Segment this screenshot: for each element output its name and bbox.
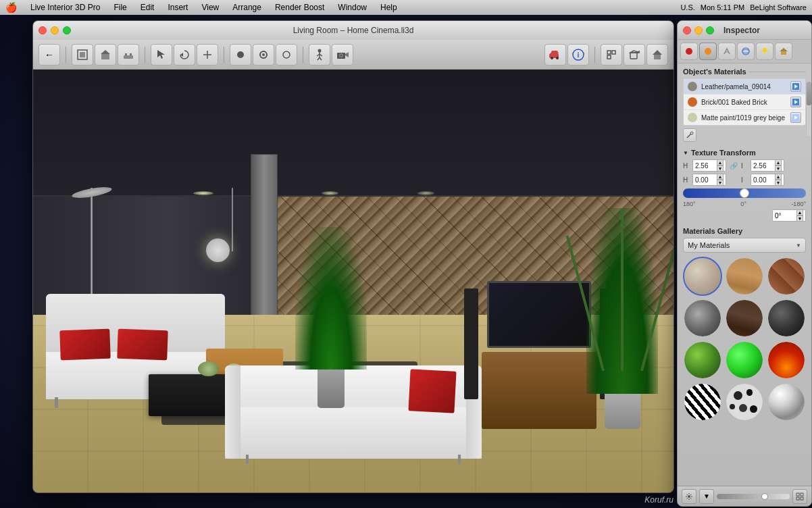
tt-angle-up[interactable]: ▲ — [796, 209, 803, 215]
tt-slider-thumb — [740, 188, 749, 198]
gallery-item-leather[interactable] — [683, 257, 722, 296]
menu-insert[interactable]: Insert — [165, 3, 191, 12]
tt-x-input[interactable]: 0.00 ▲ ▼ — [692, 174, 726, 186]
tt-h-stepper[interactable]: ▲ ▼ — [717, 159, 724, 172]
tt-h-input[interactable]: 2.56 ▲ ▼ — [692, 159, 726, 172]
tt-y-stepper[interactable]: ▲ ▼ — [775, 174, 782, 186]
inspector-zoom-slider[interactable] — [717, 494, 790, 499]
inspector-close-btn[interactable] — [683, 26, 691, 34]
inspector-tab-texture[interactable] — [699, 43, 717, 60]
svg-rect-1 — [80, 52, 85, 57]
gallery-item-chrome[interactable] — [767, 382, 806, 422]
minimize-button[interactable] — [51, 26, 59, 34]
menu-edit[interactable]: Edit — [138, 3, 157, 12]
gallery-item-green2[interactable] — [725, 340, 764, 380]
menu-view[interactable]: View — [199, 3, 222, 12]
material-item-brick[interactable]: Brick/001 Baked Brick — [684, 95, 805, 110]
maximize-button[interactable] — [63, 26, 71, 34]
gallery-item-brick[interactable] — [767, 257, 806, 296]
tt-y-input[interactable]: 0.00 ▲ ▼ — [751, 174, 784, 186]
tt-angle-input[interactable]: 0° ▲ ▼ — [772, 209, 806, 222]
inspector-maximize-btn[interactable] — [706, 26, 714, 34]
gallery-item-dark-wood[interactable] — [725, 299, 764, 338]
inspector-down-arrow-btn[interactable]: ▼ — [699, 489, 714, 504]
tt-title: Texture Transform — [691, 149, 756, 157]
tt-x-up[interactable]: ▲ — [717, 174, 724, 180]
gallery-item-zebra[interactable] — [683, 382, 722, 422]
svg-rect-59 — [796, 493, 799, 496]
material-action-matte[interactable] — [790, 112, 801, 123]
toolbar-circle-tool[interactable] — [230, 44, 251, 66]
apple-menu[interactable]: 🍎 — [5, 2, 17, 13]
menu-file[interactable]: File — [111, 3, 129, 12]
tt-angle-input-row: 0° ▲ ▼ — [683, 209, 806, 222]
gallery-item-fire[interactable] — [767, 340, 806, 380]
toolbar-info-btn[interactable]: i — [567, 44, 589, 66]
toolbar-person-tool[interactable] — [309, 44, 330, 66]
inspector-tab-materials[interactable] — [680, 43, 698, 60]
tt-slider[interactable] — [683, 188, 806, 198]
toolbar-align-tool[interactable] — [197, 44, 218, 66]
material-action-leather[interactable] — [790, 81, 801, 92]
inspector-tab-3d[interactable] — [737, 43, 755, 60]
toolbar-camera-tool[interactable] — [332, 44, 353, 66]
gallery-item-wood1[interactable] — [725, 257, 764, 296]
toolbar-3d-view-btn[interactable] — [624, 44, 645, 66]
tt-y-up[interactable]: ▲ — [775, 174, 782, 180]
eyedropper-tool[interactable] — [683, 128, 696, 142]
tt-angle-right: -180° — [791, 201, 806, 207]
tt-angle-stepper[interactable]: ▲ ▼ — [796, 209, 803, 222]
3d-viewport[interactable] — [33, 70, 674, 492]
toolbar-tool-group — [151, 44, 218, 66]
pendant-cord — [232, 188, 233, 251]
inspector-tab-light[interactable] — [756, 43, 773, 60]
tt-h-down[interactable]: ▼ — [717, 166, 724, 172]
toolbar-circle2-tool[interactable] — [276, 44, 297, 66]
tt-angle-down[interactable]: ▼ — [796, 215, 803, 222]
gallery-item-stone1[interactable] — [683, 299, 722, 338]
toolbar-ring-tool[interactable] — [253, 44, 274, 66]
menu-help[interactable]: Help — [378, 3, 400, 12]
gallery-item-spots[interactable] — [725, 382, 764, 422]
material-name-matte: Matte paint/1019 grey beige — [701, 114, 786, 122]
inspector-panel: Inspector Object's Materials — [677, 20, 812, 507]
svg-rect-37 — [654, 55, 661, 59]
back-button[interactable]: ← — [39, 44, 60, 66]
tt-w-up[interactable]: ▲ — [775, 159, 782, 166]
gallery-item-dark-stone[interactable] — [767, 299, 806, 338]
texture-transform-header[interactable]: ▼ Texture Transform — [683, 149, 806, 157]
menu-window[interactable]: Window — [335, 3, 370, 12]
tt-w-stepper[interactable]: ▲ ▼ — [775, 159, 782, 172]
gallery-item-green[interactable] — [683, 340, 722, 380]
menu-arrange[interactable]: Arrange — [230, 3, 264, 12]
menu-render[interactable]: Render Boost — [272, 3, 327, 12]
tt-w-down[interactable]: ▼ — [775, 166, 782, 172]
toolbar-building-btn[interactable] — [95, 44, 116, 66]
texture-transform-section: ▼ Texture Transform H 2.56 ▲ ▼ 🔗 I 2.56 … — [678, 146, 811, 224]
close-button[interactable] — [39, 26, 47, 34]
toolbar-select-tool[interactable] — [151, 44, 172, 66]
inspector-gear-btn[interactable] — [682, 489, 696, 504]
menu-appname[interactable]: Live Interior 3D Pro — [28, 3, 103, 12]
gallery-dropdown[interactable]: My Materials ▼ — [683, 238, 806, 253]
inspector-tab-home[interactable] — [775, 43, 792, 60]
tt-y-down[interactable]: ▼ — [775, 180, 782, 186]
toolbar-vehicle-btn[interactable] — [544, 44, 566, 66]
material-action-brick[interactable] — [790, 97, 801, 107]
inspector-expand-btn[interactable] — [792, 489, 807, 504]
material-item-leather[interactable]: Leather/pamela_09014 — [684, 79, 805, 95]
tt-link-icon[interactable]: 🔗 — [729, 161, 738, 170]
tt-x-stepper[interactable]: ▲ ▼ — [717, 174, 724, 186]
inspector-tab-cut[interactable] — [718, 43, 736, 60]
material-item-matte[interactable]: Matte paint/1019 grey beige — [684, 110, 805, 125]
tt-w-input[interactable]: 2.56 ▲ ▼ — [751, 159, 784, 172]
toolbar-furniture-btn[interactable] — [118, 44, 139, 66]
tt-h-up[interactable]: ▲ — [717, 159, 724, 166]
inspector-minimize-btn[interactable] — [694, 26, 703, 34]
toolbar-rotate-tool[interactable] — [174, 44, 195, 66]
toolbar-home-btn[interactable] — [646, 44, 668, 66]
tt-x-down[interactable]: ▼ — [717, 180, 724, 186]
materials-scrollbar[interactable] — [806, 82, 811, 136]
toolbar-2d-btn[interactable] — [601, 44, 622, 66]
toolbar-floorplan-btn[interactable] — [72, 44, 93, 66]
